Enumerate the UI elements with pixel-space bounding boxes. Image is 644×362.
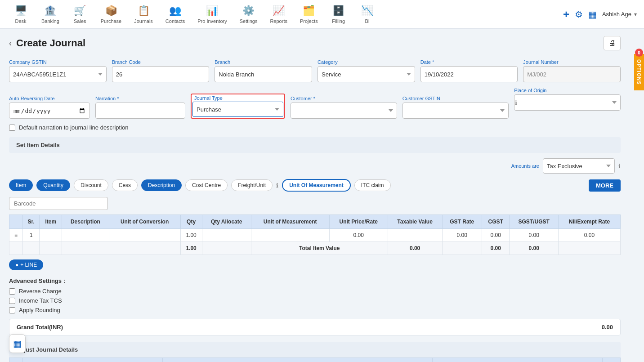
customer-gstin-select[interactable]: [402, 103, 509, 119]
nav-item-settings[interactable]: ⚙️ Settings: [234, 1, 263, 27]
income-tax-tcs-checkbox[interactable]: [9, 298, 15, 304]
th-unit-conversion: Unit of Conversion: [109, 215, 180, 229]
row-description[interactable]: [62, 229, 109, 242]
date-input[interactable]: [420, 66, 518, 82]
th-handle: [9, 215, 23, 229]
adj-th-credit: Credit Amount: [433, 358, 603, 362]
row-item[interactable]: [40, 229, 62, 242]
tag-cost-centre[interactable]: Cost Centre: [185, 179, 228, 191]
form-row-1: Company GSTIN 24AABCA5951E1Z1 Branch Cod…: [9, 59, 621, 82]
category-field: Category Service: [318, 59, 415, 82]
row-sgst: 0.00: [510, 229, 559, 242]
page-header: ‹ Create Journal 🖨: [9, 36, 621, 50]
nav-item-pro-inventory[interactable]: 📊 Pro Inventory: [192, 1, 232, 27]
tag-unit-of-measurement[interactable]: Unit Of Measurement: [282, 179, 351, 192]
dashboard-button[interactable]: ▦: [9, 334, 26, 353]
nav-item-bi[interactable]: 📉 BI: [354, 1, 381, 27]
gear-button[interactable]: ⚙: [575, 9, 583, 20]
top-navigation: 🖥️ Desk 🏦 Banking 🛒 Sales 📦 Purchase 📋 J…: [0, 0, 644, 29]
advanced-settings: Advanced Settings : Reverse Charge Incom…: [9, 277, 621, 313]
journal-type-select[interactable]: Purchase Sales Payment Receipt Contra: [192, 102, 283, 117]
total-item-value-label: Total Item Value: [251, 242, 388, 255]
freight-info-icon[interactable]: ℹ: [276, 182, 278, 189]
nav-item-filling[interactable]: 🗄️ Filling: [325, 1, 352, 27]
tag-discount[interactable]: Discount: [74, 179, 108, 191]
options-badge: 0: [635, 49, 643, 57]
narration-input[interactable]: [95, 103, 185, 119]
adjust-table-header-row: Description Account Debit Amount Credit …: [9, 358, 621, 362]
category-select[interactable]: Service: [318, 66, 415, 82]
apply-rounding-checkbox[interactable]: [9, 307, 15, 313]
reverse-charge-label[interactable]: Reverse Charge: [19, 288, 62, 295]
nav-item-banking[interactable]: 🏦 Banking: [36, 1, 65, 27]
contacts-icon: 👥: [169, 5, 181, 17]
nav-item-projects[interactable]: 🗂️ Projects: [295, 1, 323, 27]
tag-cess[interactable]: Cess: [112, 179, 138, 191]
amounts-info-icon[interactable]: ℹ: [618, 163, 621, 170]
line-btn-label: + LINE: [20, 262, 37, 268]
page-content: ‹ Create Journal 🖨 Company GSTIN 24AABCA…: [0, 29, 630, 362]
th-unit-price: Unit Price/Rate: [329, 215, 388, 229]
branch-input[interactable]: [215, 66, 312, 82]
reverse-charge-item: Reverse Charge: [9, 288, 621, 295]
tag-item[interactable]: Item: [9, 179, 33, 191]
category-label: Category: [318, 59, 415, 65]
grid-button[interactable]: ▦: [588, 9, 597, 20]
adj-th-action: [603, 358, 621, 362]
row-handle[interactable]: ≡: [9, 229, 23, 242]
default-narration-label[interactable]: Default narration to journal line descri…: [19, 124, 129, 131]
more-button[interactable]: MORE: [589, 179, 621, 192]
apply-rounding-label[interactable]: Apply Rounding: [19, 307, 60, 313]
total-qty: 1.00: [180, 242, 202, 255]
back-button[interactable]: ‹: [9, 39, 12, 48]
default-narration-row: Default narration to journal line descri…: [9, 124, 621, 131]
auto-reversing-date-input[interactable]: [9, 103, 90, 119]
tag-itc-claim[interactable]: ITC claim: [354, 179, 391, 191]
place-of-origin-info-icon[interactable]: ℹ: [515, 99, 622, 106]
adjust-journal-header: Adjust Journal Details: [9, 342, 621, 358]
row-nil-exempt: 0.00: [559, 229, 621, 242]
purchase-icon: 📦: [105, 5, 117, 17]
adjust-journal-table: Description Account Debit Amount Credit …: [9, 358, 621, 362]
journal-number-input[interactable]: [523, 66, 621, 82]
total-empty-1: [9, 242, 23, 255]
row-unit-conversion[interactable]: [109, 229, 180, 242]
income-tax-tcs-label[interactable]: Income Tax TCS: [19, 297, 62, 304]
add-button[interactable]: +: [563, 8, 569, 21]
nav-item-sales[interactable]: 🛒 Sales: [67, 1, 94, 27]
reverse-charge-checkbox[interactable]: [9, 288, 15, 295]
journals-icon: 📋: [138, 5, 150, 17]
nav-item-purchase[interactable]: 📦 Purchase: [95, 1, 127, 27]
company-gstin-select[interactable]: 24AABCA5951E1Z1: [9, 66, 107, 82]
user-menu[interactable]: Ashish Age ▾: [602, 11, 637, 18]
amounts-are-select[interactable]: Tax Exclusive Tax Inclusive: [543, 158, 615, 174]
nav-items: 🖥️ Desk 🏦 Banking 🛒 Sales 📦 Purchase 📋 J…: [7, 1, 563, 27]
row-qty-allocate[interactable]: [202, 229, 251, 242]
bi-icon: 📉: [361, 5, 373, 17]
journal-type-wrapper-outer: Journal Type Purchase Sales Payment Rece…: [191, 94, 285, 119]
th-cgst: CGST: [482, 215, 510, 229]
auto-reversing-date-label: Auto Reversing Date: [9, 96, 90, 101]
options-tab[interactable]: OPTIONS: [634, 54, 644, 90]
adj-th-handle: [9, 358, 23, 362]
nav-item-contacts[interactable]: 👥 Contacts: [160, 1, 190, 27]
barcode-input[interactable]: [9, 197, 108, 210]
print-button[interactable]: 🖨: [604, 36, 621, 50]
nav-item-desk[interactable]: 🖥️ Desk: [7, 1, 34, 27]
tag-description[interactable]: Description: [141, 179, 182, 191]
th-item: Item: [40, 215, 62, 229]
add-line-button[interactable]: ● + LINE: [9, 259, 43, 270]
nav-item-journals[interactable]: 📋 Journals: [129, 1, 158, 27]
default-narration-checkbox[interactable]: [9, 125, 15, 131]
th-gst-rate: GST Rate: [442, 215, 482, 229]
tag-freight-unit[interactable]: Freight/Unit: [231, 179, 273, 191]
branch-code-input[interactable]: [112, 66, 210, 82]
customer-select[interactable]: [291, 103, 397, 119]
customer-field: Customer *: [291, 96, 397, 119]
total-empty-5: [109, 242, 180, 255]
tag-quantity[interactable]: Quantity: [36, 179, 70, 191]
nav-item-reports[interactable]: 📈 Reports: [264, 1, 293, 27]
branch-code-field: Branch Code: [112, 59, 210, 82]
row-unit-measurement[interactable]: [251, 229, 329, 242]
date-field: Date *: [420, 59, 518, 82]
